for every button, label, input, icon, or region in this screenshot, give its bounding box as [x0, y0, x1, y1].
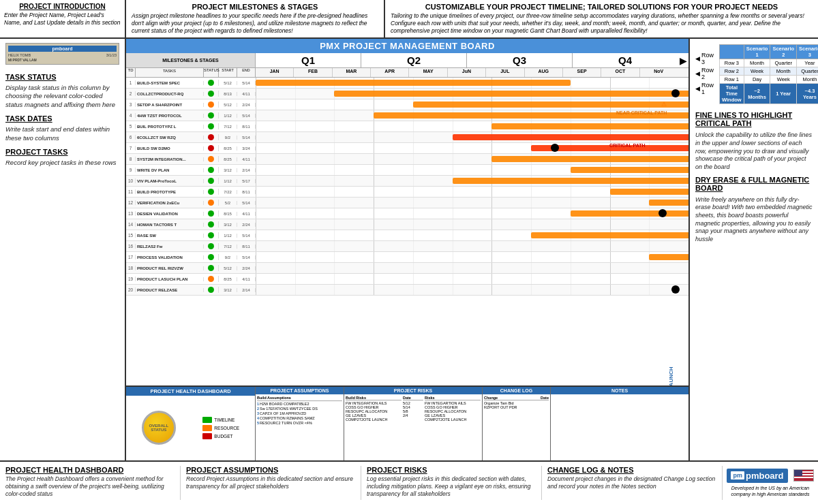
task-name: WRITE DV PLAN	[136, 168, 204, 172]
near-critical-path-label: NEAR CRITICAL PATH	[616, 110, 667, 115]
milestone-dot	[671, 285, 680, 294]
assumption-1-text: H2W BOARD COMPATIBLE2	[260, 402, 309, 406]
task-row: 14HOMAN TACTORS T3/122/24	[126, 219, 688, 230]
notes-box: NOTES	[551, 387, 688, 460]
risks-dates-header: Date	[403, 396, 423, 400]
task-row: 66COLLZCT SW RZQ9/25/14	[126, 132, 688, 143]
task-bar-area	[256, 285, 688, 295]
task-status	[204, 167, 219, 173]
center-board: PMX PROJECT MANAGEMENT BOARD MILESTONES …	[126, 39, 688, 460]
task-status	[204, 276, 219, 282]
task-gantt-bar	[649, 200, 688, 205]
task-status	[204, 134, 219, 140]
task-id: 13	[126, 211, 136, 216]
timeline-text: Tailoring to the unique timelines of eve…	[391, 12, 813, 35]
task-status	[204, 221, 219, 227]
task-name: BUILD-SYSTEM SPEC	[136, 81, 204, 85]
legend-budget: BUDGET	[202, 433, 239, 439]
task-id: 2	[126, 91, 136, 96]
legend-timeline-color	[202, 417, 212, 423]
task-row: 2COLLZCTPRODUCT-RQ8/134/11	[126, 89, 688, 99]
assumption-2-text: Sw 17EFATIONS WWTZYCEE DS	[260, 407, 318, 411]
task-bar-area	[256, 263, 688, 273]
quarter-row: MILESTONES & STAGES Q1 Q2 Q3 Q4 ▶	[126, 53, 688, 68]
assumptions-build-col: Build Assumptions	[257, 396, 342, 400]
task-row: 8SYST2M INTEGRATION...8/254/11	[126, 154, 688, 165]
status-dot	[208, 276, 214, 282]
row1-s3: Month	[797, 76, 818, 84]
task-start: 7/12	[219, 125, 237, 129]
pm-logo-board: pmboard	[746, 471, 784, 481]
task-row: 1BUILD-SYSTEM SPEC5/125/14	[126, 78, 688, 89]
assumption-2: 2Sw 17EFATIONS WWTZYCEE DS	[257, 407, 342, 411]
changelog-item-2: RZPORT OUT PDR	[484, 405, 549, 409]
task-gantt-bar	[571, 167, 688, 172]
task-status	[204, 254, 219, 260]
task-row: 19PRODUCT LASUCH PLAN8/254/11⚠	[126, 274, 688, 285]
row2-s3: Quarter	[797, 67, 818, 76]
task-start: 5/2	[219, 201, 237, 205]
task-end: 2/24	[237, 223, 256, 227]
scenario-area: ◀ Row 3 ◀ Row 2 ◀ Row 1	[695, 43, 813, 107]
task-start: 3/12	[219, 168, 237, 172]
milestones-text: Assign project milestone headlines to yo…	[132, 12, 378, 35]
task-bar-area	[256, 219, 688, 230]
intro-section: PROJECT INTRODUCTION Enter the Project N…	[0, 0, 126, 37]
assumption-1-num: 1	[257, 402, 259, 406]
milestones-section: PROJECT MILESTONES & STAGES Assign proje…	[126, 0, 385, 37]
notes-content	[551, 394, 688, 460]
risks-dates: Date 5/12 5/14 5/8 2/4	[403, 396, 423, 459]
month-mar: MAR	[333, 68, 371, 77]
total-label-cell: Total Time Window	[720, 84, 744, 104]
task-end: 5/14	[237, 255, 256, 259]
bd-risks: PROJECT RISKS Log essential project risk…	[361, 466, 542, 500]
task-start: 8/25	[219, 277, 237, 281]
row2-label-cell: Row 2	[720, 67, 744, 76]
legend-budget-color	[202, 433, 212, 439]
task-bar-area	[256, 252, 688, 262]
task-status	[204, 232, 219, 238]
month-aug: AUG	[525, 68, 563, 77]
status-dot	[208, 101, 214, 108]
month-spacer	[678, 68, 688, 77]
health-dashboard-box: PROJECT HEALTH DASHBOARD OVERALL STATUS …	[126, 387, 256, 460]
milestone-dot	[551, 144, 559, 152]
task-start: 3/12	[219, 288, 237, 292]
task-gantt-bar	[610, 189, 688, 194]
pmboard-logo-box: pm pmboard	[727, 469, 787, 483]
risks-col2: Risks FW INTEGARTION AILS COSS GO HIGHER…	[425, 396, 481, 459]
task-name: VERIFICATION 2xECu	[136, 201, 204, 205]
quarter-q3: Q3	[467, 53, 573, 67]
month-row: TD TASKS STATUS START END JAN FEB MAR AP…	[126, 68, 688, 78]
task-status	[204, 200, 219, 206]
task-id: 5	[126, 124, 136, 129]
bd-risks-title: PROJECT RISKS	[367, 466, 536, 474]
task-status	[204, 91, 219, 97]
task-start: 7/12	[219, 245, 237, 249]
assumption-1: 1H2W BOARD COMPATIBLE2	[257, 402, 342, 406]
right-panel: ◀ Row 3 ◀ Row 2 ◀ Row 1	[688, 39, 818, 460]
task-name: 4HW TZST PROTOCOL	[136, 114, 204, 118]
sidebar-task-dates-title: TASK DATES	[5, 114, 119, 123]
task-gantt-bar	[334, 91, 688, 96]
board-title: PMX PROJECT MANAGEMENT BOARD	[126, 39, 688, 53]
sidebar-task-status-title: TASK STATUS	[5, 73, 119, 81]
bd-changelog: CHANGE LOG & NOTES Document project chan…	[542, 466, 723, 500]
task-status	[204, 112, 219, 119]
task-row: 17PROCESS VALIDATION9/25/14	[126, 252, 688, 263]
task-id: 9	[126, 168, 136, 172]
task-bar-area	[256, 154, 688, 164]
task-row: 20PRODUCT RELZASE3/122/14	[126, 285, 688, 296]
task-id: 16	[126, 244, 136, 249]
task-id: 7	[126, 146, 136, 151]
task-row: 7BUILD SW D2MO8/253/24CRITICAL PATH	[126, 143, 688, 154]
task-bar-area	[256, 78, 688, 88]
status-dot	[208, 189, 214, 195]
preview-prd: PRDT	[13, 58, 22, 62]
bottom-boxes: PROJECT HEALTH DASHBOARD OVERALL STATUS …	[126, 385, 688, 460]
task-name: RELZAS2 Fw	[136, 245, 204, 249]
task-gantt-bar	[491, 123, 688, 129]
row2-label: ◀ Row 2	[695, 67, 714, 80]
task-bar-area	[256, 208, 688, 219]
arrow-row2: ◀	[695, 70, 700, 77]
